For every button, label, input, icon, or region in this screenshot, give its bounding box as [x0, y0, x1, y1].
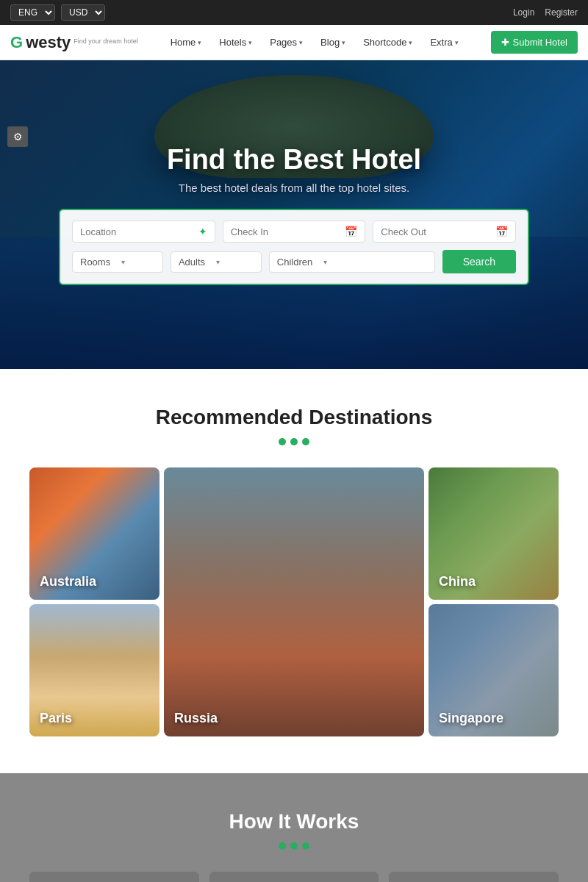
- logo-tagline: Find your dream hotel: [74, 37, 138, 45]
- top-bar-right: Login Register: [513, 7, 578, 18]
- how-card-confirmed: ✓ Confirmed Lorem ipsum dolor sit amet, …: [389, 872, 559, 882]
- how-cards: 🔗 Book Now Lorem ipsum dolor sit amet, c…: [29, 872, 559, 882]
- china-label: China: [439, 574, 476, 589]
- nav-blog[interactable]: Blog ▾: [313, 32, 353, 52]
- chevron-down-icon: ▾: [342, 39, 345, 46]
- search-row-2: Rooms123 ▾ Adults123 ▾ Children012 ▾ Sea…: [72, 250, 516, 273]
- search-box: ✦ 📅 📅 Rooms123 ▾ Adults123: [59, 209, 529, 285]
- hero-section: ⚙ Find the Best Hotel The best hotel dea…: [0, 60, 588, 369]
- how-title: How It Works: [29, 810, 559, 833]
- dest-card-australia[interactable]: Australia: [29, 467, 159, 600]
- hero-content: Find the Best Hotel The best hotel deals…: [167, 144, 421, 194]
- nav-extra[interactable]: Extra ▾: [423, 32, 465, 52]
- chevron-down-icon: ▾: [216, 258, 220, 266]
- login-link[interactable]: Login: [513, 7, 534, 18]
- submit-hotel-button[interactable]: ✚ Submit Hotel: [491, 31, 578, 54]
- destinations-grid: Australia Russia China Paris Singapore: [29, 467, 559, 736]
- nav-pages[interactable]: Pages ▾: [262, 32, 310, 52]
- gear-button[interactable]: ⚙: [7, 126, 28, 147]
- chevron-down-icon: ▾: [323, 258, 327, 266]
- navbar: Gwesty Find your dream hotel Home ▾ Hote…: [0, 25, 588, 60]
- chevron-down-icon: ▾: [409, 39, 412, 46]
- nav-shortcode[interactable]: Shortcode ▾: [356, 32, 420, 52]
- nav-home[interactable]: Home ▾: [163, 32, 209, 52]
- rooms-select-wrap: Rooms123 ▾: [72, 251, 163, 273]
- dest-card-paris[interactable]: Paris: [29, 604, 159, 736]
- calendar-icon: 📅: [345, 226, 357, 237]
- chevron-down-icon: ▾: [198, 39, 201, 46]
- section-dots-decoration: [29, 438, 559, 445]
- dest-card-singapore[interactable]: Singapore: [429, 604, 559, 736]
- dot-2: [290, 842, 298, 850]
- gear-icon: ⚙: [13, 131, 23, 143]
- russia-label: Russia: [174, 711, 218, 726]
- checkout-input-wrap: 📅: [373, 220, 516, 243]
- paris-label: Paris: [40, 711, 72, 726]
- chevron-down-icon: ▾: [455, 39, 459, 46]
- checkin-input[interactable]: [231, 226, 341, 237]
- chevron-down-icon: ▾: [248, 39, 252, 46]
- search-button[interactable]: Search: [442, 250, 516, 273]
- register-link[interactable]: Register: [545, 7, 578, 18]
- dot-2: [290, 438, 298, 445]
- chevron-down-icon: ▾: [121, 258, 125, 266]
- russia-bg: [164, 467, 424, 736]
- children-select-wrap: Children012 ▾: [269, 251, 435, 273]
- top-bar-left: ENGFRDEES USDEURGBP: [10, 4, 105, 21]
- adults-select[interactable]: Adults123: [179, 257, 213, 268]
- destinations-section: Recommended Destinations Australia Russi…: [0, 369, 588, 773]
- checkout-input[interactable]: [381, 226, 491, 237]
- logo-westy: westy: [26, 33, 71, 52]
- nav-links: Home ▾ Hotels ▾ Pages ▾ Blog ▾ Shortcode…: [163, 32, 466, 52]
- section-dots-decoration: [29, 842, 559, 850]
- singapore-label: Singapore: [439, 711, 503, 726]
- destinations-title: Recommended Destinations: [29, 406, 559, 429]
- how-card-book: 🔗 Book Now Lorem ipsum dolor sit amet, c…: [29, 872, 199, 882]
- how-it-works-section: How It Works 🔗 Book Now Lorem ipsum dolo…: [0, 773, 588, 882]
- dot-1: [279, 438, 286, 445]
- australia-label: Australia: [40, 574, 96, 589]
- dest-card-china[interactable]: China: [429, 467, 559, 600]
- location-icon: ✦: [198, 226, 207, 237]
- nav-hotels[interactable]: Hotels ▾: [212, 32, 259, 52]
- logo[interactable]: Gwesty Find your dream hotel: [10, 33, 138, 52]
- plus-icon: ✚: [501, 37, 509, 48]
- location-input-wrap: ✦: [72, 220, 215, 243]
- adults-select-wrap: Adults123 ▾: [171, 251, 262, 273]
- search-row-1: ✦ 📅 📅: [72, 220, 516, 243]
- rooms-select[interactable]: Rooms123: [80, 257, 118, 268]
- logo-g: G: [10, 33, 23, 52]
- hero-title: Find the Best Hotel: [167, 144, 421, 176]
- language-select[interactable]: ENGFRDEES: [10, 4, 55, 21]
- hero-subtitle: The best hotel deals from all the top ho…: [167, 182, 421, 194]
- calendar-icon: 📅: [495, 226, 508, 237]
- top-bar: ENGFRDEES USDEURGBP Login Register: [0, 0, 588, 25]
- dot-1: [279, 842, 286, 850]
- currency-select[interactable]: USDEURGBP: [61, 4, 105, 21]
- dot-3: [302, 842, 309, 850]
- dot-3: [302, 438, 309, 445]
- chevron-down-icon: ▾: [299, 39, 303, 46]
- how-card-details: 📋 Enter Details Lorem ipsum dolor sit am…: [209, 872, 379, 882]
- dest-card-russia[interactable]: Russia: [164, 467, 424, 736]
- children-select[interactable]: Children012: [277, 257, 320, 268]
- checkin-input-wrap: 📅: [223, 220, 366, 243]
- location-input[interactable]: [80, 226, 194, 237]
